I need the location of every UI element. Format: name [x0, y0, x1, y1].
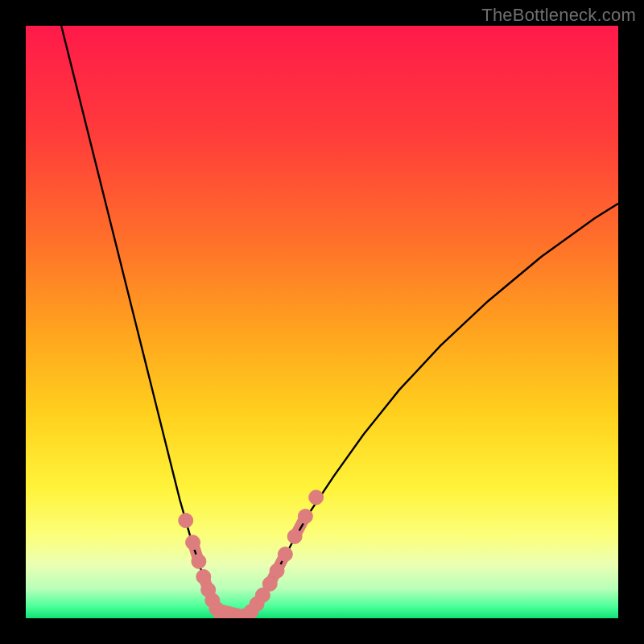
highlight-dot [298, 509, 312, 523]
bottleneck-curve [61, 26, 618, 618]
highlight-dot [309, 490, 324, 505]
highlight-dot [278, 547, 292, 562]
plot-area [26, 26, 618, 618]
highlight-dot [270, 564, 284, 578]
highlight-dots [179, 490, 324, 618]
highlight-dot [262, 576, 277, 591]
highlight-dot [186, 535, 200, 550]
watermark-text: TheBottleneck.com [481, 5, 636, 26]
curve-layer [26, 26, 618, 618]
highlight-dot [179, 514, 193, 528]
chart-stage: TheBottleneck.com [0, 0, 644, 644]
highlight-dot [196, 569, 211, 584]
highlight-dot [287, 529, 302, 543]
highlight-dot [192, 554, 206, 568]
